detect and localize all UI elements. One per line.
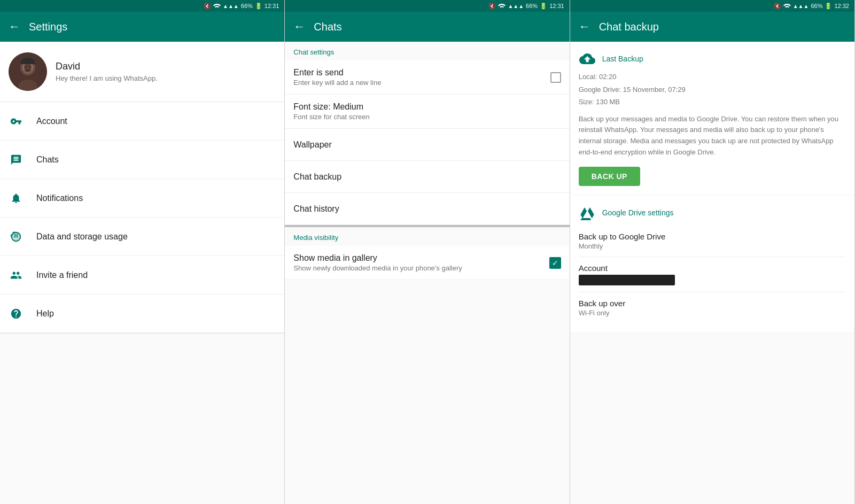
chat-settings-header: Chat settings	[285, 42, 569, 60]
time-display-3: 12:32	[834, 3, 849, 9]
enter-is-send-item[interactable]: Enter is send Enter key will add a new l…	[285, 60, 569, 95]
backup-over-subtitle: Wi-Fi only	[579, 309, 846, 317]
local-backup-info: Local: 02:20	[579, 72, 846, 82]
wifi-icon-3	[783, 2, 791, 10]
bell-icon	[9, 191, 24, 206]
chats-content: Chat settings Enter is send Enter key wi…	[285, 42, 569, 504]
backup-back-button[interactable]: ←	[579, 20, 590, 34]
signal-icon: ▲▲▲	[223, 3, 239, 9]
menu-item-chats[interactable]: Chats	[0, 141, 284, 179]
account-title: Account	[579, 263, 846, 273]
profile-name: David	[56, 61, 276, 72]
gdrive-backup-info: Google Drive: 15 November, 07:29	[579, 84, 846, 95]
backup-content: Last Backup Local: 02:20 Google Drive: 1…	[570, 42, 854, 504]
show-media-title: Show media in gallery	[293, 253, 549, 263]
backup-to-drive-item[interactable]: Back up to Google Drive Monthly	[579, 226, 846, 257]
menu-item-notifications[interactable]: Notifications	[0, 179, 284, 218]
backup-title: Chat backup	[599, 21, 659, 33]
battery-icon: 🔋	[255, 3, 262, 10]
enter-send-subtitle: Enter key will add a new line	[293, 79, 550, 87]
invite-label: Invite a friend	[36, 270, 88, 280]
backup-button[interactable]: BACK UP	[579, 167, 640, 186]
show-media-checkbox[interactable]: ✓	[549, 257, 561, 269]
back-button[interactable]: ←	[9, 20, 20, 34]
status-bar-settings: 🔇 ▲▲▲ 66% 🔋 12:31	[0, 0, 284, 12]
mute-icon-2: 🔇	[488, 3, 496, 10]
gdrive-icon	[579, 204, 596, 221]
key-icon	[9, 114, 24, 129]
enter-send-content: Enter is send Enter key will add a new l…	[293, 68, 550, 87]
font-size-item[interactable]: Font size: Medium Font size for chat scr…	[285, 95, 569, 129]
backup-to-drive-subtitle: Monthly	[579, 242, 846, 250]
battery-icon-2: 🔋	[540, 3, 547, 10]
settings-app-bar: ← Settings	[0, 12, 284, 42]
wifi-icon	[213, 2, 221, 10]
profile-status: Hey there! I am using WhatsApp.	[56, 74, 276, 82]
font-size-content: Font size: Medium Font size for chat scr…	[293, 102, 561, 121]
account-item[interactable]: Account	[579, 257, 846, 292]
chats-back-button[interactable]: ←	[293, 20, 305, 34]
last-backup-header: Last Backup	[579, 50, 846, 67]
backup-panel: 🔇 ▲▲▲ 66% 🔋 12:32 ← Chat backup Last Bac…	[570, 0, 855, 504]
notifications-label: Notifications	[36, 193, 83, 203]
backup-description: Back up your messages and media to Googl…	[579, 114, 846, 158]
avatar	[9, 52, 47, 91]
account-label: Account	[36, 117, 67, 126]
menu-item-data[interactable]: Data and storage usage	[0, 218, 284, 256]
gdrive-settings-header: Google Drive settings	[579, 204, 846, 221]
chats-panel: 🔇 ▲▲▲ 66% 🔋 12:31 ← Chats Chat settings …	[285, 0, 570, 504]
show-media-item[interactable]: Show media in gallery Show newly downloa…	[285, 246, 569, 280]
time-display-2: 12:31	[549, 3, 564, 9]
settings-title: Settings	[29, 21, 67, 33]
menu-item-help[interactable]: Help	[0, 294, 284, 333]
chat-backup-item[interactable]: Chat backup	[285, 161, 569, 193]
svg-point-5	[29, 66, 30, 68]
people-icon	[9, 268, 24, 283]
enter-send-checkbox[interactable]	[550, 72, 561, 83]
backup-to-drive-title: Back up to Google Drive	[579, 232, 846, 241]
backup-over-item[interactable]: Back up over Wi-Fi only	[579, 292, 846, 323]
menu-item-account[interactable]: Account	[0, 102, 284, 141]
mute-icon: 🔇	[204, 3, 211, 10]
menu-item-invite[interactable]: Invite a friend	[0, 256, 284, 294]
signal-icon-2: ▲▲▲	[508, 3, 524, 9]
status-bar-backup: 🔇 ▲▲▲ 66% 🔋 12:32	[570, 0, 854, 12]
avatar-image	[9, 52, 47, 91]
battery-percent-2: 66%	[526, 3, 538, 9]
chat-backup-title: Chat backup	[293, 172, 561, 182]
wallpaper-title: Wallpaper	[293, 140, 561, 150]
backup-over-title: Back up over	[579, 299, 846, 308]
wallpaper-item[interactable]: Wallpaper	[285, 129, 569, 161]
settings-panel: 🔇 ▲▲▲ 66% 🔋 12:31 ← Settings	[0, 0, 285, 504]
font-size-subtitle: Font size for chat screen	[293, 113, 561, 121]
chat-history-item[interactable]: Chat history	[285, 193, 569, 225]
backup-size-info: Size: 130 MB	[579, 97, 846, 107]
profile-info: David Hey there! I am using WhatsApp.	[56, 61, 276, 82]
last-backup-section: Last Backup Local: 02:20 Google Drive: 1…	[570, 42, 854, 195]
media-visibility-header: Media visibility	[285, 227, 569, 246]
chat-icon	[9, 152, 24, 167]
wifi-icon-2	[498, 2, 506, 10]
gdrive-settings-title: Google Drive settings	[602, 208, 674, 217]
help-label: Help	[36, 309, 54, 319]
battery-icon-3: 🔋	[825, 3, 832, 10]
signal-icon-3: ▲▲▲	[793, 3, 809, 9]
enter-send-title: Enter is send	[293, 68, 550, 77]
chats-app-bar: ← Chats	[285, 12, 569, 42]
show-media-subtitle: Show newly downloaded media in your phon…	[293, 264, 549, 272]
chat-history-title: Chat history	[293, 204, 561, 214]
data-label: Data and storage usage	[36, 232, 128, 242]
account-redacted	[579, 275, 675, 285]
status-bar-chats: 🔇 ▲▲▲ 66% 🔋 12:31	[285, 0, 569, 12]
profile-section[interactable]: David Hey there! I am using WhatsApp.	[0, 42, 284, 102]
chats-label: Chats	[36, 155, 59, 165]
backup-app-bar: ← Chat backup	[570, 12, 854, 42]
mute-icon-3: 🔇	[774, 3, 781, 10]
time-display: 12:31	[265, 3, 279, 9]
battery-percent: 66%	[241, 3, 253, 9]
last-backup-title: Last Backup	[602, 55, 643, 63]
font-size-title: Font size: Medium	[293, 102, 561, 112]
data-icon	[9, 229, 24, 244]
chats-title: Chats	[314, 21, 341, 33]
gdrive-section: Google Drive settings Back up to Google …	[570, 196, 854, 332]
